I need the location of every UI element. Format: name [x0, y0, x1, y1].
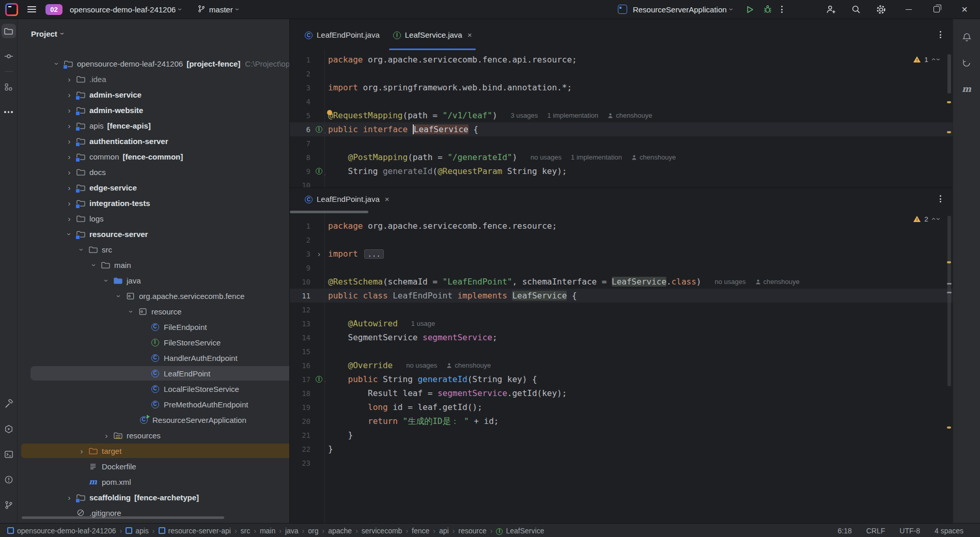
toolwindow-version-control-icon[interactable] — [2, 498, 16, 512]
debug-button[interactable] — [761, 3, 774, 16]
implemented-gutter-icon[interactable]: I↓ — [314, 126, 324, 133]
toolwindow-more-icon[interactable] — [2, 105, 16, 119]
breadcrumb-item-opensource-demo-leaf-241206[interactable]: opensource-demo-leaf-241206 — [7, 527, 116, 535]
project-badge[interactable]: 02 — [45, 4, 63, 15]
breadcrumb-item-fence[interactable]: fence — [412, 527, 429, 535]
tree-item-pom-xml[interactable]: mpom.xml — [18, 474, 289, 489]
code-vision-hint[interactable]: 3 usages1 implementationchenshouye — [511, 112, 652, 119]
tree-chevron-icon[interactable]: › — [100, 431, 113, 440]
tree-chevron-icon[interactable]: › — [63, 90, 75, 99]
code-vision-hint[interactable]: no usageschenshouye — [406, 361, 491, 369]
tree-item-integration-tests[interactable]: ›integration-tests — [18, 195, 289, 211]
inspections-widget[interactable]: ! 1 › › — [913, 55, 940, 64]
tree-chevron-icon[interactable]: › — [63, 121, 75, 130]
toolwindow-structure-icon[interactable] — [2, 80, 16, 94]
code-line-2[interactable]: 2 — [290, 67, 953, 81]
toolwindow-terminal-icon[interactable] — [2, 447, 16, 462]
breadcrumb-item-main[interactable]: main — [260, 527, 275, 535]
fold-chevron-icon[interactable]: › — [314, 250, 324, 258]
restore-button[interactable] — [931, 4, 942, 14]
implemented-gutter-icon[interactable]: I↓ — [314, 168, 324, 175]
tree-chevron-icon[interactable]: › — [88, 261, 100, 270]
toolwindow-build-icon[interactable] — [2, 397, 16, 411]
statusbar-encoding[interactable]: UTF-8 — [899, 527, 920, 535]
tree-chevron-icon[interactable]: › — [113, 292, 125, 301]
code-line-14[interactable]: 14 SegmentService segmentService; — [290, 330, 953, 344]
horizontal-scrollbar[interactable] — [290, 211, 368, 213]
close-button[interactable]: × — [959, 2, 970, 17]
tree-item-resource[interactable]: ›resource — [18, 304, 289, 319]
branch-selector[interactable]: master › — [194, 3, 242, 17]
tab-close-icon[interactable]: × — [385, 195, 390, 203]
minimize-button[interactable] — [904, 7, 914, 12]
toolwindow-maven-icon[interactable]: m — [959, 81, 974, 97]
code-line-10[interactable]: 10@RestSchema(schemaId = "LeafEndPoint",… — [290, 275, 953, 289]
project-selector[interactable]: opensource-demo-leaf-241206 › — [67, 3, 185, 16]
tree-item-filestoreservice[interactable]: IFileStoreService — [18, 335, 289, 350]
tree-item-fileendpoint[interactable]: CFileEndpoint — [18, 319, 289, 335]
toolwindow-services-icon[interactable] — [2, 422, 16, 436]
tree-item-src[interactable]: ›src — [18, 242, 289, 257]
toolwindow-project-icon[interactable] — [2, 24, 16, 38]
code-line-3[interactable]: 3›import ... — [290, 247, 953, 261]
code-line-11[interactable]: 11public class LeafEndPoint implements L… — [290, 289, 953, 303]
tree-chevron-icon[interactable]: › — [63, 230, 75, 239]
tree-item-admin-website[interactable]: ›admin-website — [18, 102, 289, 118]
code-author-hint[interactable]: chenshouye — [631, 153, 676, 161]
code-line-13[interactable]: 13 @Autowired1 usage — [290, 317, 953, 330]
tree-item-authentication-server[interactable]: ›authentication-server — [18, 133, 289, 149]
tree-chevron-icon[interactable]: › — [125, 307, 137, 316]
code-line-2[interactable]: 2 — [290, 233, 953, 247]
search-icon[interactable] — [849, 3, 863, 16]
breadcrumb-item-resource-server-api[interactable]: resource-server-api — [159, 527, 231, 535]
tree-item-apis[interactable]: ›apis[fence-apis] — [18, 118, 289, 133]
tree-item-idea[interactable]: ›.idea — [18, 71, 289, 87]
editor-tab-leafservice-java[interactable]: ILeafService.java× — [386, 19, 479, 50]
tree-item-resources[interactable]: ›resources — [18, 428, 289, 443]
tree-item-java[interactable]: ›java — [18, 273, 289, 288]
tree-item-leafendpoint[interactable]: CLeafEndPoint — [18, 366, 289, 381]
code-line-12[interactable]: 12 — [290, 303, 953, 317]
next-problem-icon[interactable]: › — [935, 58, 943, 61]
add-user-icon[interactable] — [824, 3, 838, 17]
tree-item-main[interactable]: ›main — [18, 257, 289, 273]
tree-item-dockerfile[interactable]: Dockerfile — [18, 459, 289, 474]
run-button[interactable] — [743, 3, 756, 16]
tab-options-icon[interactable] — [938, 29, 943, 40]
tree-item-target[interactable]: ›target — [18, 443, 289, 459]
toolwindow-notifications-icon[interactable] — [959, 29, 974, 45]
editor-tab-leafendpoint-java[interactable]: CLeafEndPoint.java — [298, 19, 386, 50]
tree-chevron-icon[interactable]: › — [63, 75, 75, 84]
toolwindow-commit-icon[interactable] — [2, 49, 16, 64]
editor-bottom[interactable]: ! 2 › › 1package org.apache.servicecomb.… — [290, 210, 953, 523]
breadcrumb-item-java[interactable]: java — [285, 527, 299, 535]
tree-item-resourceserverapplication[interactable]: CResourceServerApplication — [18, 412, 289, 428]
statusbar-line-separator[interactable]: CRLF — [866, 527, 885, 535]
tab-close-icon[interactable]: × — [468, 30, 472, 39]
toolwindow-problems-icon[interactable] — [2, 472, 16, 487]
tree-item-admin-service[interactable]: ›admin-service — [18, 87, 289, 102]
breadcrumb-item-apache[interactable]: apache — [328, 527, 352, 535]
run-config-selector[interactable]: ResourceServerApplication › — [632, 3, 734, 16]
intention-bulb-icon[interactable] — [327, 110, 332, 115]
code-line-10[interactable]: 10 — [290, 178, 953, 187]
statusbar-caret-position[interactable]: 6:18 — [837, 527, 851, 535]
code-line-8[interactable]: 8 @PostMapping(path = "/generateId")no u… — [290, 150, 953, 164]
code-line-18[interactable]: 18 Result leaf = segmentService.getId(ke… — [290, 386, 953, 400]
tree-chevron-icon[interactable]: › — [63, 214, 75, 223]
tree-horizontal-scrollbar[interactable] — [22, 516, 224, 519]
tree-item-scaffolding[interactable]: ›scaffolding[fence-archetype] — [18, 489, 289, 505]
code-line-17[interactable]: 17I↑ public String generateId(String key… — [290, 372, 953, 386]
breadcrumb-item-apis[interactable]: apis — [126, 527, 149, 535]
code-line-9[interactable]: 9 — [290, 261, 953, 275]
code-line-4[interactable]: 4 — [290, 94, 953, 108]
code-vision-hint[interactable]: no usageschenshouye — [715, 278, 800, 286]
code-line-20[interactable]: 20 return "生成的ID是： " + id; — [290, 414, 953, 428]
tree-item-handlerauthendpoint[interactable]: CHandlerAuthEndpoint — [18, 350, 289, 366]
editor-scrollbar[interactable] — [947, 54, 951, 93]
code-line-9[interactable]: 9I↓ String generateId(@RequestParam Stri… — [290, 164, 953, 178]
overrides-gutter-icon[interactable]: I↑ — [314, 376, 324, 383]
code-vision-hint[interactable]: 1 usage — [411, 320, 435, 327]
editor-tab-leafendpoint-java[interactable]: CLeafEndPoint.java× — [298, 188, 396, 210]
code-line-1[interactable]: 1package org.apache.servicecomb.fence.ap… — [290, 53, 953, 67]
